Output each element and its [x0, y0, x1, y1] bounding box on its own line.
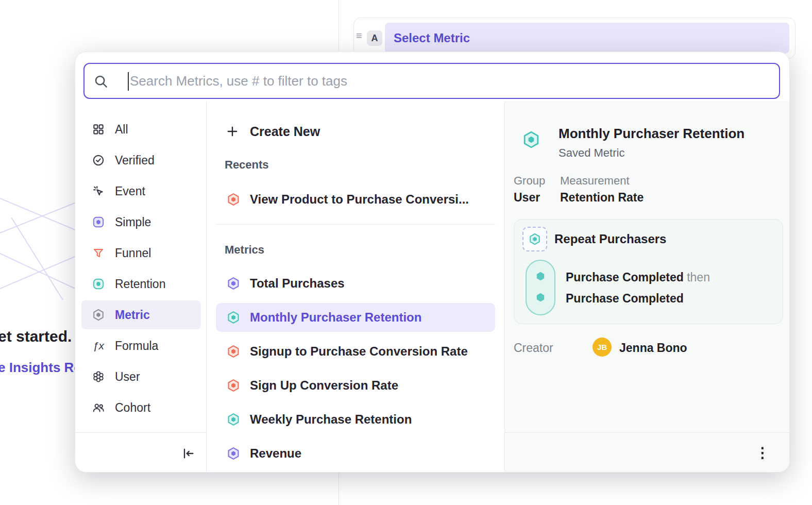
sidebar-item-label: Formula	[115, 339, 158, 353]
section-title-metrics: Metrics	[225, 244, 504, 256]
metric-icon	[92, 308, 105, 322]
select-metric-field[interactable]: Select Metric	[385, 23, 789, 54]
metric-search-modal: All Verified Event Sim	[75, 52, 790, 473]
retention-icon	[92, 277, 105, 291]
funnel-metric-icon	[226, 344, 241, 359]
select-metric-label: Select Metric	[394, 31, 470, 45]
funnel-metric-icon	[226, 378, 241, 393]
definition-title: Repeat Purchasers	[554, 232, 666, 246]
event-icon	[92, 184, 105, 198]
step-1-text: Purchase Completed then	[566, 271, 710, 284]
metric-item-label: Weekly Purchase Retention	[250, 412, 412, 427]
simple-metric-icon	[226, 446, 241, 461]
measurement-value: Retention Rate	[560, 191, 644, 205]
funnel-metric-icon	[226, 192, 241, 207]
metric-list-item-selected[interactable]: Monthly Purchaser Retention	[216, 303, 495, 332]
recent-item[interactable]: View Product to Purchase Conversi...	[216, 185, 495, 214]
definition-card: Repeat Purchasers Purchase Completed the…	[514, 219, 783, 324]
retention-metric-icon	[226, 310, 241, 325]
background-insights-link-fragment[interactable]: e Insights Re	[0, 360, 81, 376]
step-hexagon-icon	[535, 271, 546, 282]
step-2-text: Purchase Completed	[566, 292, 684, 306]
plus-icon	[226, 125, 239, 138]
detail-title: Monthly Purchaser Retention	[559, 126, 745, 142]
step-1-event: Purchase Completed	[566, 271, 684, 284]
step-2-event: Purchase Completed	[566, 292, 684, 305]
sidebar-item-label: Funnel	[115, 246, 151, 260]
metric-list-item[interactable]: Revenue	[216, 439, 495, 468]
search-input[interactable]	[130, 64, 773, 98]
sidebar-item-event[interactable]: Event	[81, 177, 201, 206]
recent-item-label: View Product to Purchase Conversi...	[250, 192, 469, 207]
step-connector: then	[687, 271, 710, 284]
detail-footer: ⋮	[505, 432, 790, 473]
retention-metric-icon	[226, 412, 241, 427]
sidebar-item-funnel[interactable]: Funnel	[81, 239, 201, 267]
sidebar-item-label: Simple	[115, 215, 151, 229]
metric-item-label: Signup to Purchase Conversion Rate	[250, 344, 468, 359]
detail-subtitle: Saved Metric	[559, 146, 624, 160]
metric-list-item[interactable]: Signup to Purchase Conversion Rate	[216, 337, 495, 366]
list-divider	[216, 224, 495, 225]
verified-icon	[92, 154, 105, 167]
create-new-button[interactable]: Create New	[207, 117, 495, 146]
grid-icon	[92, 123, 105, 136]
sidebar-item-label: Metric	[115, 308, 150, 322]
dashed-metric-icon	[522, 227, 547, 251]
metric-list-item[interactable]: Total Purchases	[216, 269, 495, 298]
sidebar-item-formula[interactable]: ƒx Formula	[81, 331, 201, 360]
metric-list: Create New Recents View Product to Purch…	[207, 101, 504, 473]
funnel-icon	[92, 246, 105, 260]
sidebar-item-user[interactable]: User	[81, 362, 201, 391]
collapse-icon	[181, 446, 195, 461]
user-icon	[92, 370, 105, 383]
cohort-icon	[92, 401, 105, 414]
metric-item-label: Sign Up Conversion Rate	[250, 378, 398, 393]
sidebar-item-retention[interactable]: Retention	[81, 270, 201, 298]
metric-item-label: Revenue	[250, 446, 301, 461]
creator-label: Creator	[514, 341, 553, 355]
group-label: Group	[514, 174, 545, 188]
simple-metric-icon	[226, 276, 241, 291]
background-heading-fragment: et started.	[0, 328, 72, 345]
metric-detail-panel: Monthly Purchaser Retention Saved Metric…	[504, 101, 790, 473]
metric-list-item[interactable]: Sign Up Conversion Rate	[216, 371, 495, 400]
simple-icon	[92, 215, 105, 229]
hexagon-icon	[528, 232, 542, 246]
event-type-badge[interactable]: A	[367, 30, 382, 46]
group-value: User	[514, 191, 540, 205]
sidebar-item-verified[interactable]: Verified	[81, 146, 201, 175]
metric-item-label: Total Purchases	[250, 276, 345, 291]
sidebar-item-label: All	[115, 123, 128, 137]
create-new-label: Create New	[250, 124, 320, 139]
formula-icon: ƒx	[92, 340, 105, 352]
sidebar-item-label: Event	[115, 184, 145, 198]
creator-name: Jenna Bono	[619, 341, 687, 355]
metric-detail-icon	[521, 130, 541, 149]
sidebar-item-all[interactable]: All	[81, 115, 201, 144]
screen: et started. e Insights Re ≡ A Select Met…	[0, 0, 812, 505]
section-title-recents: Recents	[225, 159, 504, 171]
funnel-steps-pill	[526, 260, 555, 315]
creator-avatar: JB	[593, 338, 612, 357]
sidebar-item-metric[interactable]: Metric	[81, 300, 201, 329]
text-caret	[128, 72, 129, 91]
kebab-menu-button[interactable]: ⋮	[755, 444, 770, 462]
filter-sidebar: All Verified Event Sim	[75, 101, 207, 473]
measurement-label: Measurement	[560, 174, 630, 188]
metric-list-item[interactable]: Weekly Purchase Retention	[216, 405, 495, 434]
search-icon	[93, 74, 109, 89]
sidebar-item-label: Cohort	[115, 401, 150, 415]
sidebar-footer	[75, 432, 207, 473]
search-bar	[83, 63, 780, 99]
collapse-sidebar-button[interactable]	[181, 446, 195, 461]
sidebar-item-label: Verified	[115, 154, 155, 167]
sidebar-item-label: Retention	[115, 277, 165, 291]
sidebar-item-simple[interactable]: Simple	[81, 208, 201, 237]
step-hexagon-icon	[535, 292, 546, 303]
drag-handle-icon[interactable]: ≡	[356, 30, 362, 41]
metric-item-label: Monthly Purchaser Retention	[250, 310, 421, 325]
sidebar-item-label: User	[115, 370, 140, 384]
sidebar-item-cohort[interactable]: Cohort	[81, 393, 201, 422]
